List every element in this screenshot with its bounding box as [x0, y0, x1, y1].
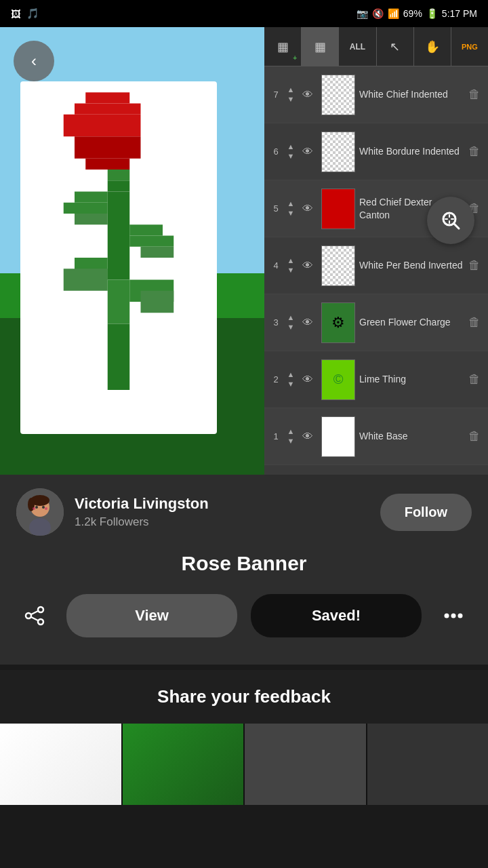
delete-layer-button[interactable]: 🗑: [465, 87, 484, 102]
layer-number: 3: [268, 317, 283, 328]
layer-thumbnail: ©: [321, 359, 355, 400]
svg-point-39: [451, 614, 456, 618]
banner-frame: [20, 81, 217, 434]
all-button[interactable]: ALL: [339, 27, 376, 66]
arrow-up-icon[interactable]: ▲: [287, 85, 295, 94]
layer-arrows[interactable]: ▲ ▼: [283, 370, 298, 388]
battery-icon: 📷: [357, 8, 368, 19]
arrow-down-icon[interactable]: ▼: [287, 437, 295, 446]
layer-row: 4 ▲ ▼ 👁 White Per Bend Inverted 🗑: [264, 237, 488, 294]
arrow-down-icon[interactable]: ▼: [287, 152, 295, 161]
visibility-toggle[interactable]: 👁: [298, 89, 317, 101]
layer-name: White Chief Indented: [359, 88, 465, 100]
all-label: ALL: [350, 42, 365, 52]
visibility-toggle[interactable]: 👁: [298, 431, 317, 443]
thumbnail-item[interactable]: [123, 724, 245, 805]
svg-rect-3: [64, 115, 141, 137]
svg-rect-2: [75, 104, 141, 115]
arrow-up-icon[interactable]: ▲: [287, 199, 295, 208]
svg-rect-1: [85, 92, 129, 103]
view-button[interactable]: View: [66, 594, 237, 637]
arrow-down-icon[interactable]: ▼: [287, 95, 295, 104]
hand-icon: ✋: [425, 39, 440, 54]
svg-point-29: [42, 506, 45, 509]
status-bar: 🖼 🎵 📷 🔇 📶 69% 🔋 5:17 PM: [0, 0, 488, 27]
add-badge: +: [293, 54, 297, 62]
layer-row: 6 ▲ ▼ 👁 White Bordure Indented 🗑: [264, 123, 488, 180]
layer-toolbar: ▦ + ▦ ALL ↖ ✋ PNG: [264, 27, 488, 66]
layer-row: 2 ▲ ▼ 👁 © Lime Thing 🗑: [264, 351, 488, 408]
layer-row: 1 ▲ ▼ 👁 White Base 🗑: [264, 408, 488, 465]
arrow-down-icon[interactable]: ▼: [287, 209, 295, 218]
svg-rect-19: [141, 291, 174, 313]
arrow-up-icon[interactable]: ▲: [287, 142, 295, 151]
svg-rect-6: [108, 170, 130, 180]
svg-line-23: [454, 224, 459, 229]
arrow-up-icon[interactable]: ▲: [287, 256, 295, 265]
arrow-down-icon[interactable]: ▼: [287, 323, 295, 332]
svg-point-35: [38, 619, 43, 625]
add-layer-button[interactable]: ▦ +: [264, 27, 302, 66]
battery-indicator: 🔋: [426, 8, 438, 19]
delete-layer-button[interactable]: 🗑: [465, 315, 484, 330]
layer-arrows[interactable]: ▲ ▼: [283, 199, 298, 217]
arrow-up-icon[interactable]: ▲: [287, 427, 295, 436]
thumbnail-item[interactable]: [0, 724, 123, 805]
png-button[interactable]: PNG: [451, 27, 488, 66]
visibility-toggle[interactable]: 👁: [298, 317, 317, 329]
delete-layer-button[interactable]: 🗑: [465, 429, 484, 443]
scan-button[interactable]: [427, 197, 474, 244]
cursor-button[interactable]: ↖: [377, 27, 414, 66]
visibility-toggle[interactable]: 👁: [298, 374, 317, 386]
wifi-icon: 📶: [388, 8, 399, 19]
svg-point-32: [45, 507, 47, 510]
mute-icon: 🔇: [372, 8, 384, 19]
svg-line-36: [31, 611, 38, 614]
svg-point-31: [33, 507, 35, 510]
follow-button[interactable]: Follow: [380, 494, 472, 531]
visibility-toggle[interactable]: 👁: [298, 260, 317, 272]
bottom-thumbnails: [0, 724, 488, 805]
layer-row: 7 ▲ ▼ 👁 White Chief Indented 🗑: [264, 66, 488, 123]
layers-active-button[interactable]: ▦: [302, 27, 339, 66]
music-icon: 🎵: [26, 7, 39, 20]
delete-layer-button[interactable]: 🗑: [465, 258, 484, 273]
back-button[interactable]: ‹: [14, 41, 54, 81]
svg-point-33: [38, 607, 43, 612]
layer-arrows[interactable]: ▲ ▼: [283, 313, 298, 331]
svg-rect-12: [129, 224, 163, 235]
svg-rect-10: [75, 214, 108, 224]
more-layers-button[interactable]: ✋: [414, 27, 451, 66]
share-button[interactable]: [16, 597, 53, 634]
top-section: ‹: [0, 27, 488, 475]
more-options-button[interactable]: [435, 597, 472, 634]
layer-row: 3 ▲ ▼ 👁 ⚙ Green Flower Charge 🗑: [264, 294, 488, 351]
layer-thumbnail: [321, 75, 355, 115]
layer-arrows[interactable]: ▲ ▼: [283, 142, 298, 160]
layer-arrows[interactable]: ▲ ▼: [283, 256, 298, 274]
avatar: [16, 488, 64, 536]
arrow-up-icon[interactable]: ▲: [287, 370, 295, 379]
arrow-down-icon[interactable]: ▼: [287, 266, 295, 275]
delete-layer-button[interactable]: 🗑: [465, 372, 484, 387]
layer-arrows[interactable]: ▲ ▼: [283, 85, 298, 103]
saved-button[interactable]: Saved!: [251, 594, 422, 637]
svg-point-38: [445, 614, 449, 618]
layer-name: Lime Thing: [359, 373, 465, 385]
visibility-toggle[interactable]: 👁: [298, 203, 317, 215]
thumbnail-item[interactable]: [245, 724, 367, 805]
layer-thumbnail: [321, 416, 355, 457]
delete-layer-button[interactable]: 🗑: [465, 144, 484, 159]
thumbnail-item[interactable]: [367, 724, 489, 805]
layer-thumbnail: ⚙: [321, 302, 355, 343]
svg-point-28: [35, 506, 38, 509]
layer-arrows[interactable]: ▲ ▼: [283, 427, 298, 445]
layer-thumbnail: [321, 189, 355, 229]
user-info: Victoria Livingston 1.2k Followers: [75, 495, 380, 529]
arrow-up-icon[interactable]: ▲: [287, 313, 295, 322]
arrow-down-icon[interactable]: ▼: [287, 380, 295, 389]
visibility-toggle[interactable]: 👁: [298, 146, 317, 158]
status-left: 🖼 🎵: [11, 7, 39, 20]
layer-name: White Bordure Indented: [359, 145, 465, 157]
banner-title: Rose Banner: [16, 552, 472, 575]
